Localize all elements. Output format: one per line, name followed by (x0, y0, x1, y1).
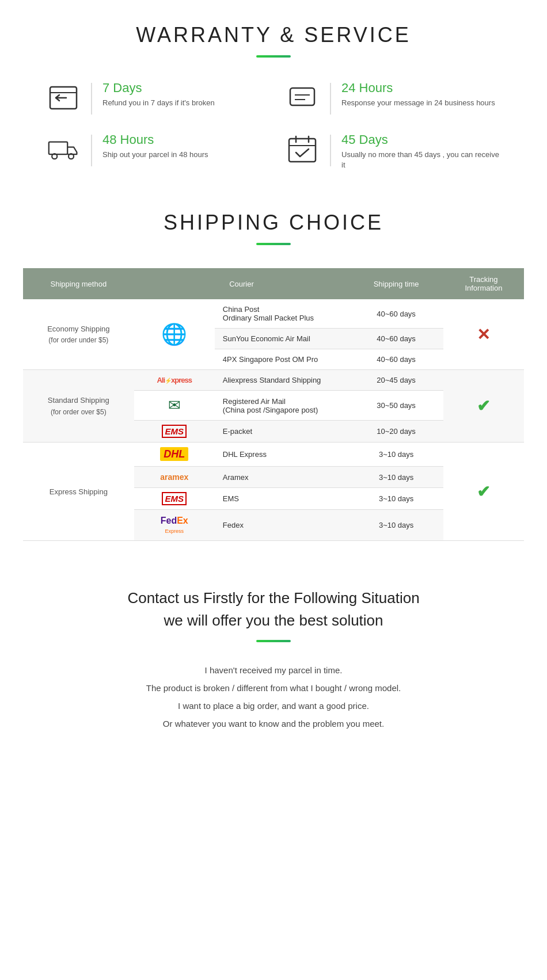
contact-item-4: Or whatever you want to know and the pro… (35, 719, 512, 729)
shipping-time: 30~50 days (349, 391, 443, 421)
contact-title: Contact us Firstly for the Following Sit… (35, 587, 512, 632)
svg-rect-9 (289, 139, 316, 162)
warranty-desc: Response your message in 24 business hou… (341, 98, 495, 108)
cross-icon: ✕ (477, 326, 490, 344)
warranty-highlight: 7 Days (102, 81, 215, 96)
warranty-highlight: 48 Hours (102, 132, 208, 147)
col-header-method: Shipping method (23, 268, 134, 299)
warranty-item-response: 24 Hours Response your message in 24 bus… (285, 81, 501, 115)
logo-ems2: EMS (134, 488, 215, 510)
shipping-time: 3~10 days (349, 510, 443, 541)
warranty-item-divider (330, 135, 331, 166)
courier-name: 4PX Singapore Post OM Pro (215, 349, 350, 370)
shipping-time: 3~10 days (349, 488, 443, 510)
shipping-table: Shipping method Courier Shipping time Tr… (23, 268, 524, 541)
warranty-item-divider (91, 83, 92, 115)
courier-name: China PostOrdinary Small Packet Plus (215, 299, 350, 329)
tracking-check-standard: ✔ (443, 370, 524, 443)
calendar-check-icon (285, 132, 320, 167)
warranty-highlight: 45 Days (341, 132, 501, 147)
shipping-title: SHIPPING CHOICE (23, 211, 524, 235)
shipping-divider (256, 243, 291, 245)
warranty-section: WARRANTY & SERVICE 7 Days Refund you in … (0, 0, 547, 188)
warranty-item-text: 48 Hours Ship out your parcel in 48 hour… (102, 132, 208, 160)
logo-aramex: aramex (134, 467, 215, 488)
shipping-time: 40~60 days (349, 349, 443, 370)
contact-items: I haven't received my parcel in time. Th… (35, 665, 512, 729)
tracking-cross: ✕ (443, 299, 524, 370)
check-icon: ✔ (477, 483, 490, 501)
warranty-item-text: 7 Days Refund you in 7 days if it's brok… (102, 81, 215, 108)
contact-divider (256, 640, 291, 642)
message-icon (285, 81, 320, 115)
method-express: Express Shipping (23, 443, 134, 541)
contact-item-2: The product is broken / different from w… (35, 683, 512, 693)
courier-name: Aramex (215, 467, 350, 488)
warranty-item-text: 24 Hours Response your message in 24 bus… (341, 81, 495, 108)
warranty-item-text: 45 Days Usually no more than 45 days , y… (341, 132, 501, 170)
warranty-desc: Usually no more than 45 days , you can r… (341, 150, 501, 170)
table-row: Standard Shipping(for order over $5) Ali… (23, 370, 524, 391)
col-header-courier: Courier (134, 268, 350, 299)
courier-name: Fedex (215, 510, 350, 541)
shipping-time: 40~60 days (349, 329, 443, 349)
col-header-tracking: TrackingInformation (443, 268, 524, 299)
logo-registered: ✉ (134, 391, 215, 421)
logo-un: 🌐 (134, 299, 215, 370)
table-header-row: Shipping method Courier Shipping time Tr… (23, 268, 524, 299)
shipping-time: 20~45 days (349, 370, 443, 391)
shipping-table-wrap: Shipping method Courier Shipping time Tr… (23, 268, 524, 541)
courier-name: EMS (215, 488, 350, 510)
logo-ems: EMS (134, 421, 215, 443)
shipping-time: 3~10 days (349, 467, 443, 488)
warranty-item-receive: 45 Days Usually no more than 45 days , y… (285, 132, 501, 170)
warranty-divider (256, 55, 291, 58)
truck-icon (46, 132, 81, 167)
warranty-item-refund: 7 Days Refund you in 7 days if it's brok… (46, 81, 262, 115)
logo-dhl: DHL (134, 443, 215, 467)
method-economy: Economy Shipping(for order under $5) (23, 299, 134, 370)
shipping-time: 40~60 days (349, 299, 443, 329)
svg-rect-3 (290, 88, 314, 105)
logo-fedex: FedExExpress (134, 510, 215, 541)
courier-name: DHL Express (215, 443, 350, 467)
warranty-highlight: 24 Hours (341, 81, 495, 96)
contact-item-3: I want to place a big order, and want a … (35, 701, 512, 711)
refund-icon (46, 81, 81, 115)
col-header-time: Shipping time (349, 268, 443, 299)
courier-name: SunYou Economic Air Mail (215, 329, 350, 349)
warranty-title: WARRANTY & SERVICE (35, 23, 512, 47)
logo-aliexpress: Ali⚡xpress (134, 370, 215, 391)
warranty-grid: 7 Days Refund you in 7 days if it's brok… (35, 81, 512, 170)
table-row: Express Shipping DHL DHL Express 3~10 da… (23, 443, 524, 467)
shipping-time: 10~20 days (349, 421, 443, 443)
method-standard: Standard Shipping(for order over $5) (23, 370, 134, 443)
contact-item-1: I haven't received my parcel in time. (35, 665, 512, 675)
courier-name: Registered Air Mail(China post /Singapor… (215, 391, 350, 421)
warranty-item-divider (91, 135, 92, 166)
shipping-section: SHIPPING CHOICE Shipping method Courier … (0, 188, 547, 558)
contact-section: Contact us Firstly for the Following Sit… (0, 558, 547, 752)
warranty-item-divider (330, 83, 331, 115)
tracking-check-express: ✔ (443, 443, 524, 541)
warranty-item-ship: 48 Hours Ship out your parcel in 48 hour… (46, 132, 262, 170)
shipping-time: 3~10 days (349, 443, 443, 467)
table-row: Economy Shipping(for order under $5) 🌐 C… (23, 299, 524, 329)
warranty-desc: Refund you in 7 days if it's broken (102, 98, 215, 108)
check-icon: ✔ (477, 397, 490, 415)
courier-name: Aliexpress Standard Shipping (215, 370, 350, 391)
courier-name: E-packet (215, 421, 350, 443)
warranty-desc: Ship out your parcel in 48 hours (102, 150, 208, 160)
svg-rect-6 (49, 142, 67, 155)
